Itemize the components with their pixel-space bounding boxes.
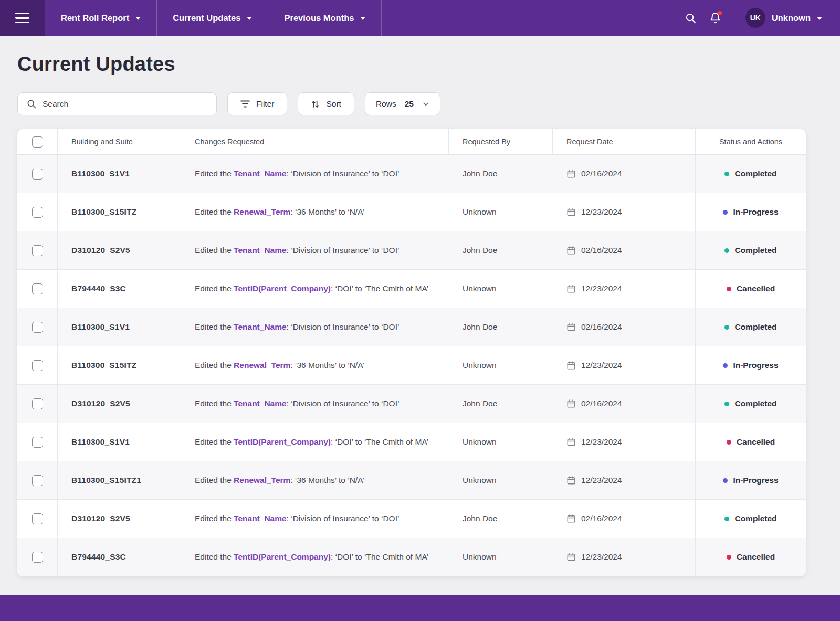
rows-per-page-selector[interactable]: Rows 25 bbox=[365, 92, 440, 115]
avatar: UK bbox=[746, 8, 765, 28]
request-date: 12/23/2024 bbox=[581, 552, 622, 562]
calendar-icon bbox=[566, 399, 576, 408]
change-text: Edited the TentID(Parent_Company): ‘DOI’… bbox=[195, 284, 428, 293]
change-text: Edited the Tenant_Name: ‘Division of Ins… bbox=[195, 514, 399, 523]
field-name-link[interactable]: Renewal_Term bbox=[234, 476, 290, 485]
building-suite-cell: B794440_S3C bbox=[58, 538, 181, 576]
row-checkbox[interactable] bbox=[32, 437, 43, 448]
select-all-checkbox[interactable] bbox=[32, 136, 43, 148]
table-row[interactable]: D310120_S2V5 Edited the Tenant_Name: ‘Di… bbox=[17, 231, 806, 270]
status-badge: Completed bbox=[695, 231, 806, 269]
field-name-link[interactable]: TentID(Parent_Company) bbox=[234, 552, 331, 561]
field-name-link[interactable]: Tenant_Name bbox=[234, 399, 287, 408]
row-checkbox[interactable] bbox=[32, 322, 43, 333]
change-text: Edited the TentID(Parent_Company): ‘DOI’… bbox=[195, 437, 428, 447]
field-name-link[interactable]: Tenant_Name bbox=[234, 169, 287, 178]
menu-button[interactable] bbox=[0, 0, 45, 36]
calendar-icon bbox=[566, 552, 576, 562]
request-date-cell: 12/23/2024 bbox=[553, 538, 696, 576]
filter-button[interactable]: Filter bbox=[227, 92, 287, 115]
row-checkbox[interactable] bbox=[32, 207, 43, 218]
sort-button[interactable]: Sort bbox=[298, 92, 354, 115]
field-name-link[interactable]: Renewal_Term bbox=[234, 361, 290, 370]
table-row[interactable]: B110300_S15ITZ Edited the Renewal_Term: … bbox=[17, 346, 806, 385]
row-checkbox[interactable] bbox=[32, 552, 43, 563]
notifications-button[interactable] bbox=[709, 12, 721, 24]
row-checkbox[interactable] bbox=[32, 245, 43, 256]
status-dot bbox=[727, 287, 731, 291]
status-label: Cancelled bbox=[737, 437, 775, 447]
change-description-cell: Edited the TentID(Parent_Company): ‘DOI’… bbox=[181, 270, 449, 308]
building-suite-cell: B110300_S1V1 bbox=[58, 423, 181, 461]
field-name-link[interactable]: Tenant_Name bbox=[234, 514, 287, 523]
nav-item-rent-roll-report[interactable]: Rent Roll Report bbox=[45, 0, 157, 36]
calendar-icon bbox=[566, 361, 576, 370]
row-checkbox[interactable] bbox=[32, 360, 43, 371]
table-row[interactable]: D310120_S2V5 Edited the Tenant_Name: ‘Di… bbox=[17, 385, 806, 423]
request-date: 12/23/2024 bbox=[581, 437, 622, 447]
change-description-cell: Edited the Renewal_Term: ‘36 Months’ to … bbox=[181, 461, 449, 499]
status-dot bbox=[724, 172, 729, 176]
column-header-building: Building and Suite bbox=[58, 129, 181, 154]
status-label: In-Progress bbox=[733, 361, 778, 370]
change-text: Edited the Renewal_Term: ‘36 Months’ to … bbox=[195, 207, 364, 217]
table-row[interactable]: B794440_S3C Edited the TentID(Parent_Com… bbox=[17, 270, 806, 308]
field-name-link[interactable]: Tenant_Name bbox=[234, 322, 287, 331]
calendar-icon bbox=[566, 437, 576, 447]
request-date: 02/16/2024 bbox=[581, 322, 622, 332]
request-date-cell: 12/23/2024 bbox=[553, 346, 696, 384]
search-button[interactable] bbox=[685, 12, 697, 24]
row-checkbox[interactable] bbox=[32, 398, 43, 409]
request-date: 02/16/2024 bbox=[581, 246, 622, 255]
table-header-row: Building and Suite Changes Requested Req… bbox=[17, 129, 806, 155]
request-date-cell: 12/23/2024 bbox=[553, 423, 696, 461]
field-name-link[interactable]: Tenant_Name bbox=[234, 246, 287, 255]
hamburger-icon bbox=[15, 13, 29, 15]
requested-by-cell: John Doe bbox=[449, 231, 553, 269]
status-label: Cancelled bbox=[737, 284, 775, 293]
table-row[interactable]: D310120_S2V5 Edited the Tenant_Name: ‘Di… bbox=[17, 500, 806, 538]
change-description-cell: Edited the TentID(Parent_Company): ‘DOI’… bbox=[181, 423, 449, 461]
table-row[interactable]: B110300_S1V1 Edited the Tenant_Name: ‘Di… bbox=[17, 308, 806, 346]
status-badge: Completed bbox=[695, 308, 806, 346]
table-row[interactable]: B110300_S15ITZ1 Edited the Renewal_Term:… bbox=[17, 461, 806, 500]
row-checkbox[interactable] bbox=[32, 513, 43, 524]
chevron-down-icon bbox=[360, 17, 365, 20]
search-icon bbox=[26, 99, 37, 109]
user-menu[interactable]: UK Unknown bbox=[746, 8, 822, 28]
status-label: Completed bbox=[734, 169, 776, 178]
field-name-link[interactable]: Renewal_Term bbox=[234, 207, 290, 216]
building-suite-cell: B794440_S3C bbox=[58, 270, 181, 308]
search-input[interactable] bbox=[43, 99, 208, 109]
row-checkbox[interactable] bbox=[32, 283, 43, 294]
requested-by-cell: Unknown bbox=[449, 193, 553, 231]
table-row[interactable]: B110300_S1V1 Edited the Tenant_Name: ‘Di… bbox=[17, 155, 806, 193]
filter-icon bbox=[240, 100, 250, 108]
chevron-down-icon bbox=[422, 100, 429, 108]
table-row[interactable]: B110300_S1V1 Edited the TentID(Parent_Co… bbox=[17, 423, 806, 461]
nav-item-label: Rent Roll Report bbox=[61, 13, 129, 23]
change-description-cell: Edited the Tenant_Name: ‘Division of Ins… bbox=[181, 500, 449, 538]
rows-label: Rows bbox=[376, 99, 396, 109]
chevron-down-icon bbox=[247, 17, 252, 20]
column-header-status: Status and Actions bbox=[696, 129, 806, 154]
change-description-cell: Edited the Renewal_Term: ‘36 Months’ to … bbox=[181, 346, 449, 384]
field-name-link[interactable]: TentID(Parent_Company) bbox=[234, 437, 331, 446]
requested-by-cell: Unknown bbox=[449, 538, 553, 576]
request-date-cell: 02/16/2024 bbox=[553, 308, 696, 346]
calendar-icon bbox=[566, 514, 576, 523]
nav-item-current-updates[interactable]: Current Updates bbox=[157, 0, 268, 36]
field-name-link[interactable]: TentID(Parent_Company) bbox=[234, 284, 331, 293]
table-row[interactable]: B794440_S3C Edited the TentID(Parent_Com… bbox=[17, 538, 806, 576]
change-description-cell: Edited the TentID(Parent_Company): ‘DOI’… bbox=[181, 538, 449, 576]
row-checkbox[interactable] bbox=[32, 169, 43, 180]
notification-badge bbox=[718, 11, 722, 15]
requested-by-cell: John Doe bbox=[449, 308, 553, 346]
change-description-cell: Edited the Tenant_Name: ‘Division of Ins… bbox=[181, 231, 449, 269]
nav-item-previous-months[interactable]: Previous Months bbox=[268, 0, 382, 36]
row-checkbox[interactable] bbox=[32, 475, 43, 486]
status-badge: Cancelled bbox=[695, 270, 806, 308]
change-description-cell: Edited the Tenant_Name: ‘Division of Ins… bbox=[181, 308, 449, 346]
table-row[interactable]: B110300_S15ITZ Edited the Renewal_Term: … bbox=[17, 193, 806, 231]
requested-by-cell: Unknown bbox=[449, 461, 553, 499]
